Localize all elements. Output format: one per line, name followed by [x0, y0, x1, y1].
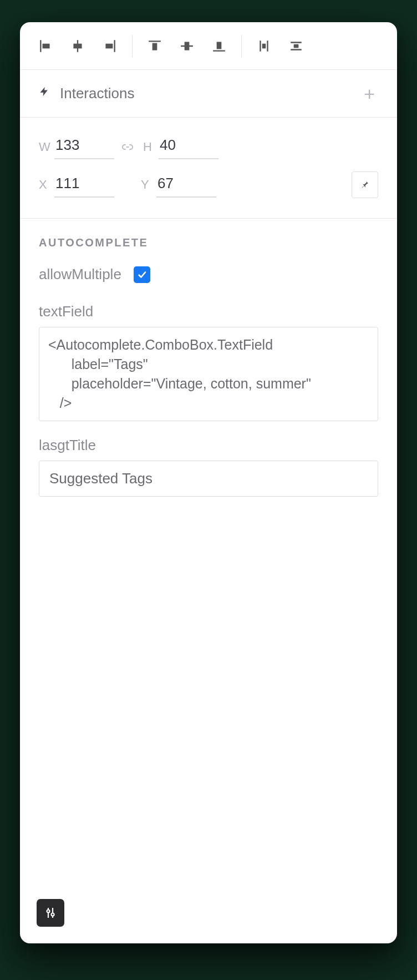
toolbar-separator [132, 35, 133, 57]
section-title: AUTOCOMPLETE [39, 236, 378, 249]
distribute-h-icon[interactable] [254, 36, 274, 56]
alignment-toolbar [20, 22, 397, 70]
align-right-icon[interactable] [100, 36, 120, 56]
toolbar-separator [241, 35, 242, 57]
x-label: X [39, 178, 54, 192]
align-bottom-icon[interactable] [209, 36, 229, 56]
svg-rect-5 [105, 43, 113, 48]
align-h-center-icon[interactable] [68, 36, 88, 56]
align-left-icon[interactable] [35, 36, 55, 56]
align-top-icon[interactable] [145, 36, 165, 56]
sliders-icon [44, 906, 57, 920]
textfield-input[interactable]: <Autocomplete.ComboBox.TextField label="… [39, 327, 378, 421]
plus-icon: + [364, 83, 375, 104]
svg-rect-11 [217, 42, 222, 49]
svg-point-21 [52, 913, 54, 916]
dimensions-section: W H X Y [20, 118, 397, 219]
width-label: W [39, 140, 54, 154]
component-props-section: AUTOCOMPLETE allowMultiple textField <Au… [20, 219, 397, 514]
panel-settings-button[interactable] [37, 899, 64, 927]
svg-rect-9 [185, 42, 190, 50]
x-input[interactable] [54, 173, 114, 198]
align-v-center-icon[interactable] [177, 36, 197, 56]
add-interaction-button[interactable]: + [360, 84, 378, 104]
svg-rect-1 [43, 43, 50, 48]
textfield-label: textField [39, 303, 378, 320]
y-label: Y [141, 178, 156, 192]
svg-rect-14 [262, 43, 266, 48]
allow-multiple-label: allowMultiple [39, 266, 121, 283]
svg-rect-7 [152, 43, 157, 50]
width-input[interactable] [54, 134, 114, 159]
lasgt-title-input[interactable] [39, 461, 378, 497]
svg-rect-3 [73, 43, 82, 48]
svg-point-20 [47, 910, 50, 913]
height-label: H [143, 140, 159, 154]
interactions-row: Interactions + [20, 70, 397, 118]
interactions-title: Interactions [60, 85, 134, 102]
pin-button[interactable] [352, 171, 378, 198]
link-size-icon[interactable] [116, 136, 139, 158]
distribute-v-icon[interactable] [286, 36, 306, 56]
allow-multiple-checkbox[interactable] [134, 266, 150, 283]
svg-rect-17 [294, 44, 299, 48]
lasgt-title-label: lasgtTitle [39, 437, 378, 454]
properties-panel: Interactions + W H X Y [20, 22, 397, 943]
height-input[interactable] [159, 134, 218, 159]
lightning-icon [39, 85, 50, 102]
allow-multiple-row: allowMultiple [39, 266, 378, 283]
y-input[interactable] [156, 173, 216, 198]
